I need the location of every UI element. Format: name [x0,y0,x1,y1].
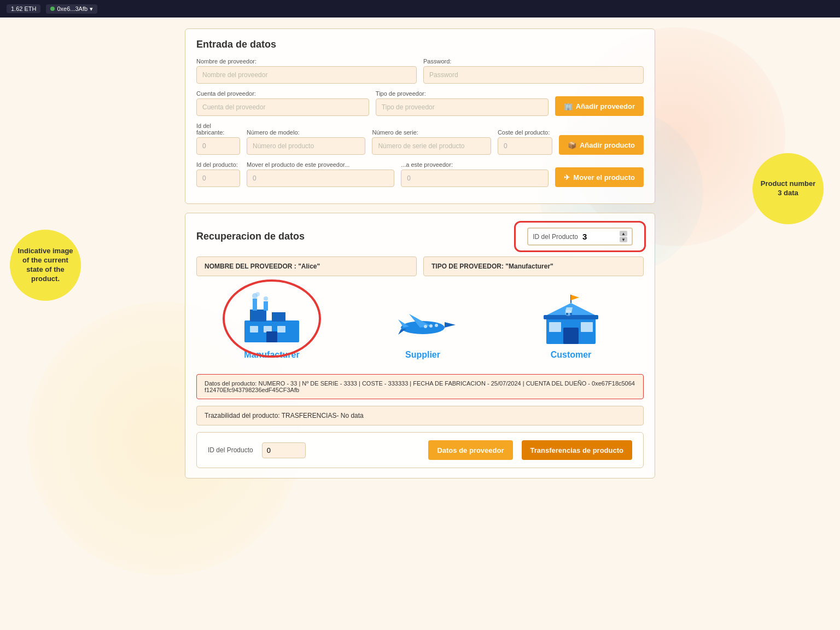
svg-rect-1 [250,310,266,322]
svg-rect-3 [253,299,257,311]
svg-point-13 [429,324,433,328]
numero-modelo-group: Número de modelo: [247,129,365,155]
main-content: Entrada de datos Nombre de proveedor: Pa… [174,18,666,498]
supplier-svg [390,303,456,347]
cuenta-label: Cuenta del proveedor: [196,90,369,97]
id-producto-control[interactable]: ID del Producto ▲ ▼ [527,228,633,246]
annotation-indicative: Indicative image of the current state of… [10,230,81,301]
id-fabricante-group: Id del fabricante: [196,122,240,155]
trazabilidad-bar: Trazabilidad del producto: TRASFERENCIAS… [196,406,644,425]
supplier-icon-item[interactable]: Supplier [390,303,456,360]
product-data-bar: Datos del producto: NUMERO - 33 | Nº DE … [196,374,644,399]
customer-icon-item[interactable]: Customer [541,292,601,360]
nombre-label: Nombre de proveedor: [196,58,417,65]
tipo-group: Tipo de proveedor: [376,90,549,116]
cuenta-input[interactable] [196,98,369,116]
manufacturer-label: Manufacturer [244,350,299,360]
spinner-down[interactable]: ▼ [620,237,627,242]
manufacturer-icon-item[interactable]: Manufacturer [239,290,305,360]
svg-rect-10 [277,326,285,332]
account-status-dot [50,7,55,11]
id-producto-mover-label: Id del producto: [196,161,240,168]
customer-svg [541,292,601,347]
mover-de-group: Mover el producto de este proveedor... [247,161,394,187]
icons-row: Manufacturer [196,285,644,365]
bottom-bar: ID del Producto Datos de proveedor Trans… [196,432,644,468]
svg-rect-2 [272,312,285,322]
mover-a-input[interactable] [401,170,549,187]
id-producto-mover-group: Id del producto: [196,161,240,187]
mover-producto-button[interactable]: ✈ Mover el producto [555,167,644,187]
account-address[interactable]: 0xe6...3Afb ▾ [46,4,97,14]
info-row: NOMBRE DEL PROVEEDOR : "Alice" TIPO DE P… [196,256,644,276]
password-group: Password: [423,58,644,84]
nombre-input[interactable] [196,66,417,84]
nombre-proveedor-box: NOMBRE DEL PROVEEDOR : "Alice" [196,256,417,276]
coste-group: Coste del producto: [498,129,552,155]
coste-label: Coste del producto: [498,129,552,136]
id-fabricante-label: Id del fabricante: [196,122,240,136]
bottom-id-input[interactable] [262,442,306,458]
svg-rect-19 [581,322,593,332]
mover-a-group: ...a este proveedor: [401,161,549,187]
id-producto-spinner[interactable]: ▲ ▼ [620,231,627,242]
spinner-up[interactable]: ▲ [620,231,627,236]
bottom-id-label: ID del Producto [208,446,253,454]
numero-serie-group: Número de serie: [372,129,491,155]
coste-input[interactable] [498,137,552,155]
svg-point-22 [566,313,568,315]
numero-modelo-input[interactable] [247,137,365,155]
user-add-icon: 🏢 [564,102,573,110]
move-icon: ✈ [564,173,570,182]
numero-modelo-label: Número de modelo: [247,129,365,136]
password-input[interactable] [423,66,644,84]
id-producto-control-label: ID del Producto [533,233,578,241]
anadir-proveedor-button[interactable]: 🏢 Añadir proveedor [555,96,644,116]
form-row-3: Id del fabricante: Número de modelo: Núm… [196,122,644,155]
tipo-proveedor-box: TIPO DE PROVEEDOR: "Manufacturer" [423,256,644,276]
mover-de-input[interactable] [247,170,394,187]
customer-label: Customer [551,350,592,360]
manufacturer-svg [239,290,305,345]
form-row-2: Cuenta del proveedor: Tipo de proveedor:… [196,90,644,116]
svg-rect-8 [250,326,258,332]
recuperacion-title: Recuperacion de datos [196,231,305,242]
annotation-product-number: Product number 3 data [752,153,824,224]
anadir-producto-button[interactable]: 📦 Añadir producto [559,135,644,155]
password-label: Password: [423,58,644,65]
manufacturer-wrapper [239,290,305,347]
id-producto-spinner-input[interactable] [582,232,615,241]
form-row-4: Id del producto: Mover el producto de es… [196,161,644,187]
svg-point-23 [570,313,572,315]
form-row-1: Nombre de proveedor: Password: [196,58,644,84]
supplier-label: Supplier [405,350,440,360]
svg-rect-11 [266,331,277,342]
svg-point-14 [435,324,438,327]
tipo-input[interactable] [376,98,549,116]
numero-serie-label: Número de serie: [372,129,491,136]
entrada-panel: Entrada de datos Nombre de proveedor: Pa… [185,28,655,204]
recuperacion-panel: Recuperacion de datos ID del Producto ▲ … [185,213,655,479]
svg-point-15 [424,325,427,328]
mover-a-label: ...a este proveedor: [401,161,549,168]
id-fabricante-input[interactable] [196,137,240,155]
svg-rect-4 [264,301,268,311]
nombre-group: Nombre de proveedor: [196,58,417,84]
datos-proveedor-button[interactable]: Datos de proveedor [428,440,512,460]
top-bar: 1.62 ETH 0xe6...3Afb ▾ [0,0,840,18]
tipo-label: Tipo de proveedor: [376,90,549,97]
svg-point-6 [255,292,260,296]
svg-rect-17 [544,315,598,319]
svg-point-7 [264,296,268,301]
mover-de-label: Mover el producto de este proveedor... [247,161,394,168]
box-add-icon: 📦 [568,141,576,149]
transferencias-button[interactable]: Transferencias de producto [522,440,633,460]
entrada-title: Entrada de datos [196,39,644,50]
recuperacion-header: Recuperacion de datos ID del Producto ▲ … [196,223,644,250]
svg-rect-20 [563,328,579,344]
id-producto-mover-input[interactable] [196,170,240,187]
svg-rect-18 [549,322,561,332]
numero-serie-input[interactable] [372,137,491,155]
eth-balance: 1.62 ETH [7,4,40,13]
cuenta-group: Cuenta del proveedor: [196,90,369,116]
